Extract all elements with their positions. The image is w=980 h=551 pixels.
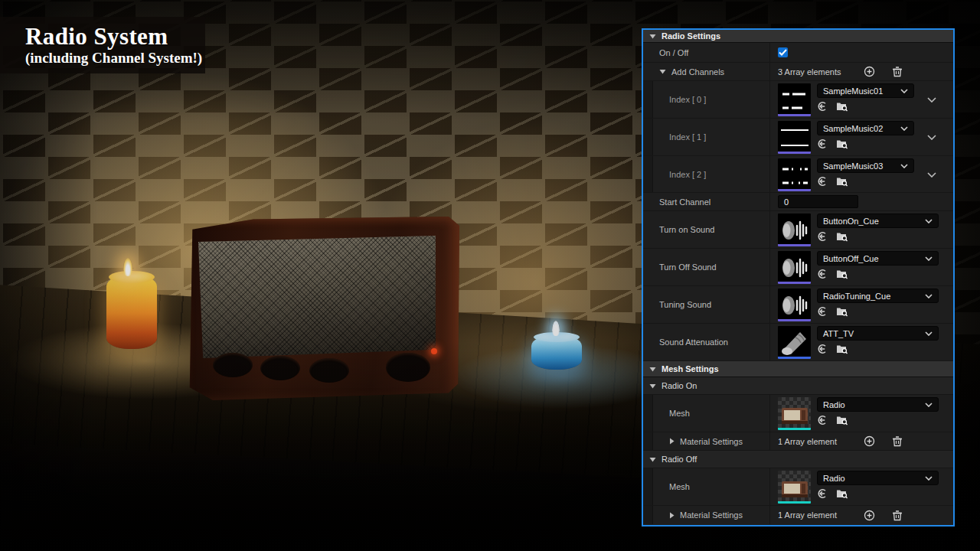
on-off-checkbox[interactable]	[778, 47, 788, 57]
page-title: Radio System	[25, 24, 205, 49]
speaker-wave-icon	[779, 289, 811, 321]
collapse-arrow-icon[interactable]	[649, 367, 656, 372]
soundcue-thumbnail[interactable]	[778, 251, 811, 284]
blue-tealight-candle	[531, 334, 582, 370]
browse-to-asset-button[interactable]	[836, 101, 848, 112]
add-element-button[interactable]	[864, 510, 875, 521]
speaker-wave-icon	[779, 252, 811, 284]
soundwave-thumbnail[interactable]	[778, 158, 811, 191]
browse-to-asset-button[interactable]	[836, 269, 848, 279]
expand-element-button[interactable]	[927, 95, 936, 104]
browse-folder-icon	[836, 139, 848, 149]
row-channel-1: Index [ 1 ] SampleMusic02	[643, 119, 953, 156]
browse-to-asset-button[interactable]	[836, 415, 848, 425]
use-asset-icon	[817, 176, 828, 187]
row-add-channels: Add Channels 3 Array elements	[643, 63, 953, 81]
asset-dropdown[interactable]: RadioTuning_Cue	[817, 289, 939, 303]
asset-name: ATT_TV	[823, 329, 854, 338]
asset-dropdown[interactable]: SampleMusic01	[817, 83, 914, 98]
array-index-label: Index [ 1 ]	[669, 132, 706, 142]
speaker-wave-icon	[779, 214, 811, 246]
start-channel-input[interactable]: 0	[778, 195, 858, 208]
mesh-thumbnail[interactable]	[778, 397, 811, 430]
property-label: On / Off	[659, 48, 688, 57]
use-selected-asset-button[interactable]	[817, 344, 828, 354]
asset-dropdown[interactable]: ButtonOn_Cue	[817, 214, 939, 228]
radio-mesh-icon	[779, 398, 811, 430]
asset-dropdown[interactable]: ATT_TV	[817, 326, 939, 341]
asset-dropdown[interactable]: SampleMusic03	[817, 158, 914, 173]
use-selected-asset-button[interactable]	[817, 101, 828, 112]
use-selected-asset-button[interactable]	[817, 269, 828, 279]
category-mesh-settings[interactable]: Mesh Settings	[643, 361, 953, 377]
radio-knob	[309, 358, 349, 383]
collapse-arrow-icon[interactable]	[649, 383, 656, 389]
property-label: Add Channels	[671, 67, 724, 77]
collapsed-arrow-icon[interactable]	[669, 438, 675, 445]
use-asset-icon	[817, 231, 828, 242]
collapse-arrow-icon[interactable]	[649, 457, 656, 462]
waveform-icon	[779, 84, 811, 116]
expand-element-button[interactable]	[927, 170, 936, 179]
use-asset-icon	[817, 488, 828, 499]
browse-folder-icon	[836, 415, 848, 425]
group-label: Radio Off	[662, 455, 697, 464]
row-channel-2: Index [ 2 ] SampleMusic03	[643, 156, 953, 193]
property-label: Mesh	[669, 409, 690, 418]
radio-knob	[213, 353, 253, 377]
browse-to-asset-button[interactable]	[836, 306, 848, 317]
add-element-button[interactable]	[864, 435, 875, 447]
chevron-down-icon	[900, 126, 908, 131]
use-selected-asset-button[interactable]	[817, 139, 828, 149]
use-selected-asset-button[interactable]	[817, 231, 828, 242]
clear-array-button[interactable]	[892, 66, 903, 77]
use-selected-asset-button[interactable]	[817, 176, 828, 187]
property-label: Tuning Sound	[659, 300, 711, 309]
use-asset-icon	[817, 139, 828, 149]
browse-to-asset-button[interactable]	[836, 176, 848, 187]
asset-name: ButtonOn_Cue	[823, 217, 879, 226]
soundcue-thumbnail[interactable]	[778, 214, 811, 246]
browse-to-asset-button[interactable]	[836, 139, 848, 149]
collapsed-arrow-icon[interactable]	[669, 512, 675, 519]
attenuation-thumbnail[interactable]	[778, 326, 811, 359]
group-radio-off[interactable]: Radio Off	[643, 451, 953, 468]
asset-name: RadioTuning_Cue	[823, 292, 890, 301]
add-element-button[interactable]	[864, 66, 875, 77]
orange-candle-flame	[123, 258, 132, 276]
browse-folder-icon	[836, 344, 848, 354]
viewport: Radio System (including Channel System!)…	[0, 0, 980, 551]
clear-array-button[interactable]	[892, 510, 903, 521]
asset-name: Radio	[823, 474, 845, 483]
browse-to-asset-button[interactable]	[836, 344, 848, 354]
soundwave-thumbnail[interactable]	[778, 83, 811, 116]
browse-to-asset-button[interactable]	[836, 488, 848, 499]
use-asset-icon	[817, 306, 828, 317]
collapse-arrow-icon[interactable]	[659, 69, 666, 74]
mesh-thumbnail[interactable]	[778, 471, 811, 504]
clear-array-button[interactable]	[892, 435, 903, 447]
use-selected-asset-button[interactable]	[817, 306, 828, 317]
asset-dropdown[interactable]: SampleMusic02	[817, 121, 914, 135]
group-radio-on[interactable]: Radio On	[643, 377, 953, 395]
row-radio-on-materials: Material Settings 1 Array element	[643, 432, 953, 451]
use-selected-asset-button[interactable]	[817, 415, 828, 425]
property-label: Turn on Sound	[659, 225, 714, 234]
soundwave-thumbnail[interactable]	[778, 121, 811, 154]
property-label: Material Settings	[680, 437, 743, 446]
browse-to-asset-button[interactable]	[836, 231, 848, 242]
array-index-label: Index [ 2 ]	[669, 170, 706, 179]
asset-dropdown[interactable]: ButtonOff_Cue	[817, 251, 939, 266]
soundcue-thumbnail[interactable]	[778, 289, 811, 321]
use-selected-asset-button[interactable]	[817, 488, 828, 499]
browse-folder-icon	[836, 101, 848, 112]
asset-name: Radio	[823, 400, 845, 409]
category-radio-settings[interactable]: Radio Settings	[643, 30, 953, 43]
chevron-down-icon	[900, 164, 908, 168]
property-label: Mesh	[669, 482, 690, 491]
collapse-arrow-icon[interactable]	[649, 34, 656, 39]
browse-folder-icon	[836, 269, 848, 279]
expand-element-button[interactable]	[927, 132, 936, 142]
asset-dropdown[interactable]: Radio	[817, 397, 939, 412]
asset-dropdown[interactable]: Radio	[817, 471, 939, 485]
